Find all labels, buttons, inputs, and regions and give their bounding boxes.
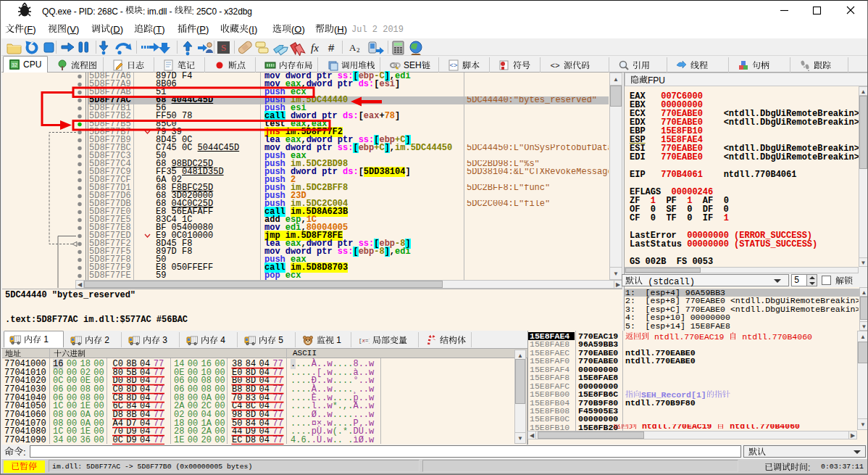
svg-text:<>: <> bbox=[550, 62, 559, 70]
svg-text:<>: <> bbox=[450, 62, 458, 70]
svg-text:[x=]: [x=] bbox=[359, 338, 370, 344]
svg-text:32: 32 bbox=[12, 62, 17, 67]
